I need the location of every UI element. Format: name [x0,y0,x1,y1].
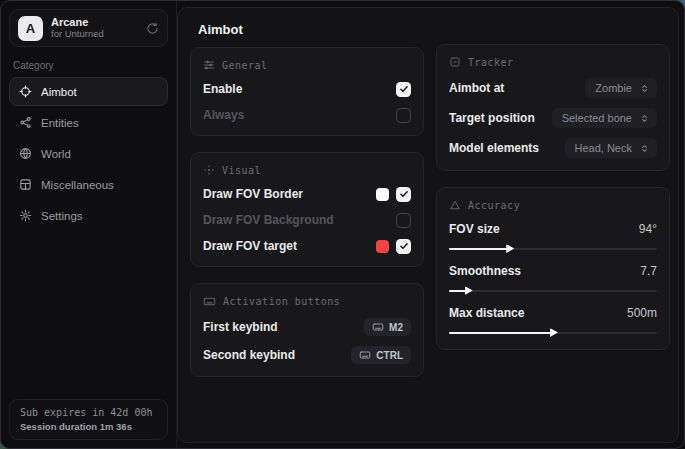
setting-row-target-position: Target position Selected bone [449,108,657,128]
max-distance-setting: Max distance 500m [449,306,657,337]
fov-target-checkbox[interactable] [396,239,411,254]
fov-border-checkbox[interactable] [396,187,411,202]
max-distance-slider[interactable] [449,328,657,337]
session-duration-text: Session duration 1m 36s [20,421,157,432]
fov-background-checkbox[interactable] [396,213,411,228]
dropdown-value: Zombie [595,82,632,94]
keyboard-icon [203,295,216,308]
general-card: General Enable Always [190,47,424,136]
globe-icon [19,147,32,160]
crosshair-icon [19,85,32,98]
setting-label: FOV size [449,222,500,236]
refresh-icon[interactable] [146,22,159,35]
setting-label: Target position [449,111,535,125]
sidebar: A Arcane for Unturned Category Aimbot En… [1,1,177,448]
gear-icon [19,209,32,222]
smoothness-slider[interactable] [449,286,657,295]
sidebar-item-miscellaneous[interactable]: Miscellaneous [9,170,168,199]
setting-label: Aimbot at [449,81,504,95]
setting-label: Max distance [449,306,524,320]
main-panel: Aimbot General Enable [177,7,679,443]
max-distance-value: 500m [627,306,657,320]
setting-row-enable: Enable [203,81,411,97]
smoothness-setting: Smoothness 7.7 [449,264,657,295]
target-position-dropdown[interactable]: Selected bone [552,108,657,128]
aimbot-at-dropdown[interactable]: Zombie [585,78,657,98]
setting-row-first-keybind: First keybind M2 [203,318,411,336]
setting-row-fov-border: Draw FOV Border [203,186,411,202]
setting-label: Always [203,108,244,122]
slider-thumb[interactable] [506,244,514,253]
triangle-icon [449,199,461,211]
always-checkbox[interactable] [396,108,411,123]
setting-row-aimbot-at: Aimbot at Zombie [449,78,657,98]
setting-row-second-keybind: Second keybind CTRL [203,346,411,364]
section-title: General [222,60,268,71]
keybind-value: M2 [389,322,403,333]
sidebar-item-aimbot[interactable]: Aimbot [9,77,168,106]
sidebar-item-label: World [41,148,71,160]
sidebar-item-settings[interactable]: Settings [9,201,168,230]
category-label: Category [13,60,164,71]
app-name: Arcane [51,16,104,29]
page-title: Aimbot [198,22,243,37]
activation-card: Activation buttons First keybind M2 [190,283,424,377]
fov-size-slider[interactable] [449,244,657,253]
panel-minus-icon [449,56,461,68]
unfold-icon [639,143,650,154]
second-keybind-button[interactable]: CTRL [351,346,411,364]
sidebar-item-entities[interactable]: Entities [9,108,168,137]
sidebar-item-label: Entities [41,117,79,129]
subscription-status-card: Sub expires in 42d 00h Session duration … [9,399,168,440]
app-window: A Arcane for Unturned Category Aimbot En… [0,0,685,449]
setting-row-fov-target: Draw FOV target [203,238,411,254]
keyboard-icon [359,349,371,361]
layout-icon [19,178,32,191]
slider-thumb[interactable] [550,328,558,337]
sidebar-item-label: Miscellaneous [41,179,114,191]
setting-label: Draw FOV Background [203,213,334,227]
accuracy-card: Accuracy FOV size 94° Smoothness 7.7 [436,187,670,350]
fov-border-color-swatch[interactable] [376,188,389,201]
smoothness-value: 7.7 [640,264,657,278]
model-elements-dropdown[interactable]: Head, Neck [565,138,657,158]
setting-label: First keybind [203,320,278,334]
setting-row-always: Always [203,107,411,123]
section-title: Accuracy [468,200,520,211]
setting-label: Draw FOV target [203,239,297,253]
setting-label: Enable [203,82,242,96]
nodes-icon [19,116,32,129]
fov-size-setting: FOV size 94° [449,222,657,253]
sidebar-item-label: Settings [41,210,83,222]
visual-card: Visual Draw FOV Border Draw FOV Backgrou… [190,152,424,267]
dropdown-value: Selected bone [562,112,632,124]
fov-size-value: 94° [639,222,657,236]
section-title: Activation buttons [223,296,340,307]
sidebar-item-label: Aimbot [41,86,77,98]
first-keybind-button[interactable]: M2 [364,318,411,336]
sliders-icon [203,59,215,71]
keybind-value: CTRL [376,350,403,361]
app-subtitle: for Unturned [51,29,104,40]
dropdown-value: Head, Neck [575,142,632,154]
brand-card: A Arcane for Unturned [9,9,168,47]
sparkle-icon [203,164,215,176]
app-logo: A [18,16,43,41]
sub-expiry-text: Sub expires in 42d 00h [20,407,157,418]
unfold-icon [639,113,650,124]
section-title: Visual [222,165,261,176]
section-title: Tracker [468,57,514,68]
sidebar-item-world[interactable]: World [9,139,168,168]
enable-checkbox[interactable] [396,82,411,97]
setting-label: Draw FOV Border [203,187,303,201]
setting-row-fov-background: Draw FOV Background [203,212,411,228]
slider-thumb[interactable] [465,286,473,295]
setting-row-model-elements: Model elements Head, Neck [449,138,657,158]
setting-label: Second keybind [203,348,295,362]
keyboard-icon [372,321,384,333]
setting-label: Model elements [449,141,539,155]
fov-target-color-swatch[interactable] [376,240,389,253]
tracker-card: Tracker Aimbot at Zombie Target pos [436,44,670,171]
unfold-icon [639,83,650,94]
setting-label: Smoothness [449,264,521,278]
